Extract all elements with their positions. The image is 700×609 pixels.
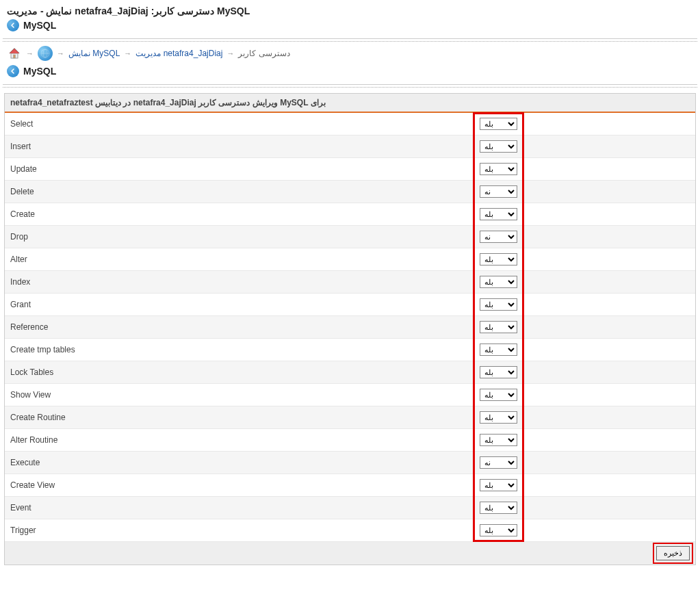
permission-value-cell: بلهنه [474,226,695,248]
arrow-left-icon [7,19,19,31]
permission-value-cell: بلهنه [474,316,695,339]
permission-select[interactable]: بلهنه [480,524,517,536]
permission-label: Update [5,158,474,181]
permission-label: Select [5,113,474,135]
permissions-table: SelectبلهنهInsertبلهنهUpdateبلهنهDeleteب… [5,113,695,542]
home-icon[interactable] [7,46,22,61]
panel-title: netafra4_netafraztest در دیتابیس netafra… [5,94,695,113]
permission-value-cell: بلهنه [474,158,695,181]
permission-label: Create tmp tables [5,339,474,361]
permission-select[interactable]: بلهنه [480,185,517,198]
permission-value-cell: بلهنه [474,361,695,384]
permission-select[interactable]: بلهنه [480,344,517,356]
save-button[interactable]: ذخیره [656,546,690,560]
permission-select[interactable]: بلهنه [480,298,517,311]
table-row: Referenceبلهنه [5,316,695,339]
permission-select[interactable]: بلهنه [480,434,517,446]
permission-select[interactable]: بلهنه [480,163,517,175]
permission-label: Create View [5,474,474,497]
permission-value-cell: بلهنه [474,384,695,406]
permission-select[interactable]: بلهنه [480,140,517,153]
table-row: Triggerبلهنه [5,519,695,542]
permission-select[interactable]: بلهنه [480,411,517,424]
table-row: Alter Routineبلهنه [5,429,695,452]
permission-select[interactable]: بلهنه [480,276,517,288]
divider [3,84,697,85]
breadcrumb-current: دسترسی کاربر [238,49,289,58]
permission-value-cell: بلهنه [474,406,695,429]
chevron-right-icon: → [124,49,131,57]
table-row: Indexبلهنه [5,271,695,294]
table-row: Insertبلهنه [5,135,695,158]
panel-footer: ذخیره [5,542,695,565]
divider [3,38,697,39]
table-row: Deleteبلهنه [5,181,695,203]
permission-value-cell: بلهنه [474,271,695,294]
permission-label: Event [5,497,474,519]
table-row: Dropبلهنه [5,226,695,248]
table-row: Createبلهنه [5,203,695,226]
permission-label: Delete [5,181,474,203]
table-row: Grantبلهنه [5,294,695,316]
svg-rect-1 [14,55,16,58]
table-row: Lock Tablesبلهنه [5,361,695,384]
permissions-panel: netafra4_netafraztest در دیتابیس netafra… [4,93,696,565]
permission-value-cell: بلهنه [474,294,695,316]
chevron-right-icon: → [57,49,64,57]
permission-value-cell: بلهنه [474,452,695,474]
table-row: Eventبلهنه [5,497,695,519]
chevron-right-icon: → [226,49,234,57]
permission-label: Reference [5,316,474,339]
breadcrumb-link[interactable]: مدیریت netafra4_JajDiaj [135,49,222,58]
table-row: Show Viewبلهنه [5,384,695,406]
divider [3,87,697,88]
permission-value-cell: بلهنه [474,339,695,361]
permission-label: Index [5,271,474,294]
permission-label: Alter Routine [5,429,474,452]
chevron-right-icon: → [26,49,34,57]
permission-label: Trigger [5,519,474,542]
page-subtitle: MySQL [23,20,56,31]
table-row: Selectبلهنه [5,113,695,135]
permission-label: Alter [5,248,474,271]
permission-select[interactable]: بلهنه [480,366,517,378]
permission-value-cell: بلهنه [474,113,695,135]
table-row: Alterبلهنه [5,248,695,271]
permission-value-cell: بلهنه [474,248,695,271]
permission-select[interactable]: بلهنه [480,208,517,220]
permission-label: Create Routine [5,406,474,429]
permission-select[interactable]: بلهنه [480,321,517,333]
permission-label: Create [5,203,474,226]
permission-value-cell: بلهنه [474,429,695,452]
permission-label: Drop [5,226,474,248]
permission-value-cell: بلهنه [474,181,695,203]
permission-select[interactable]: بلهنه [480,253,517,265]
table-row: Create Routineبلهنه [5,406,695,429]
permission-value-cell: بلهنه [474,203,695,226]
table-row: Create Viewبلهنه [5,474,695,497]
table-row: Executeبلهنه [5,452,695,474]
table-row: Create tmp tablesبلهنه [5,339,695,361]
permission-select[interactable]: بلهنه [480,231,517,243]
permission-value-cell: بلهنه [474,135,695,158]
breadcrumb: → → نمایش MySQL → مدیریت netafra4_JajDia… [0,42,700,64]
page-title: نمایش - مدیریت netafra4_JajDiaj :دسترسی … [7,5,693,16]
permission-select[interactable]: بلهنه [480,479,517,491]
permission-select[interactable]: بلهنه [480,389,517,401]
table-row: Updateبلهنه [5,158,695,181]
permission-label: Execute [5,452,474,474]
globe-icon[interactable] [38,46,53,61]
section-title: MySQL [23,66,56,77]
permission-value-cell: بلهنه [474,519,695,542]
permission-value-cell: بلهنه [474,474,695,497]
permission-select[interactable]: بلهنه [480,502,517,514]
permission-label: Grant [5,294,474,316]
permission-label: Lock Tables [5,361,474,384]
permission-select[interactable]: بلهنه [480,456,517,469]
breadcrumb-link[interactable]: نمایش MySQL [68,49,120,58]
arrow-left-icon [7,65,19,77]
permission-label: Show View [5,384,474,406]
permission-value-cell: بلهنه [474,497,695,519]
permission-select[interactable]: بلهنه [480,118,517,130]
permission-label: Insert [5,135,474,158]
